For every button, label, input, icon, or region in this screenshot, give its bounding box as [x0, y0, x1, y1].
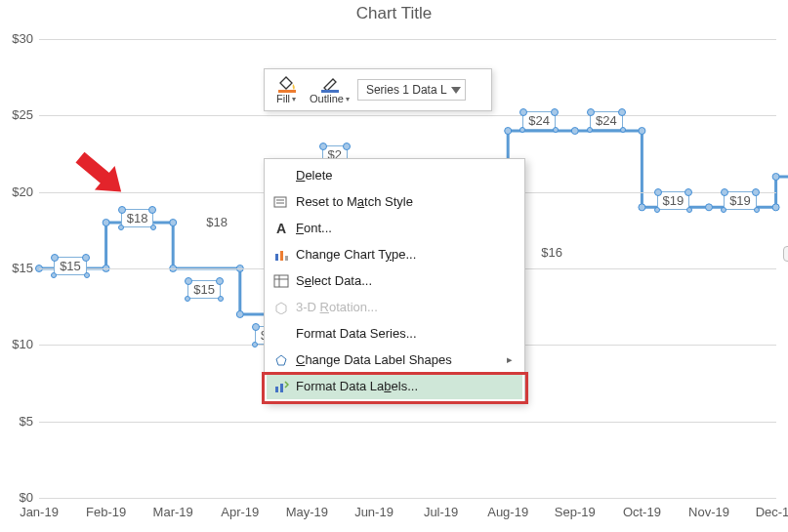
menu-format-data-labels[interactable]: Format Data Labels...	[267, 373, 522, 399]
svg-point-3	[170, 220, 177, 226]
x-axis-tick: Oct-19	[612, 505, 671, 519]
gridline	[39, 39, 776, 40]
chevron-down-icon	[451, 87, 461, 94]
paint-bucket-icon	[276, 75, 296, 93]
svg-point-8	[505, 128, 512, 135]
select-data-icon	[267, 274, 296, 288]
svg-point-13	[772, 204, 779, 211]
font-icon: A	[267, 221, 296, 236]
menu-delete[interactable]: Delete	[267, 162, 522, 188]
svg-point-6	[236, 311, 243, 318]
svg-rect-20	[280, 251, 283, 261]
expand-handle[interactable]	[783, 246, 788, 262]
data-label[interactable]: $16	[541, 245, 562, 260]
y-axis-tick: $20	[2, 184, 33, 199]
submenu-arrow-icon: ▸	[507, 353, 513, 366]
gridline	[39, 422, 776, 423]
x-axis-tick: Jul-19	[412, 505, 471, 519]
y-axis-tick: $0	[2, 490, 33, 505]
svg-rect-17	[321, 90, 339, 93]
x-axis-tick: Mar-19	[144, 505, 202, 519]
menu-select-data[interactable]: Select Data...	[267, 267, 522, 294]
cube-icon	[267, 301, 296, 314]
menu-change-chart-type[interactable]: Change Chart Type...	[267, 241, 522, 267]
x-axis-tick: Sep-19	[546, 505, 604, 519]
svg-rect-21	[285, 256, 288, 261]
chart-title[interactable]: Chart Title	[0, 4, 788, 23]
y-axis-tick: $10	[2, 337, 33, 351]
svg-rect-18	[274, 197, 286, 207]
data-label[interactable]: $15	[187, 280, 221, 299]
x-axis-tick: Apr-19	[211, 505, 270, 519]
gridline	[39, 115, 776, 116]
svg-rect-16	[278, 90, 296, 93]
fill-label: Fill	[276, 93, 290, 104]
svg-point-10	[639, 128, 645, 135]
x-axis-tick: Nov-19	[680, 505, 738, 519]
gridline	[39, 498, 776, 499]
svg-rect-24	[280, 384, 283, 392]
data-label[interactable]: $19	[724, 191, 757, 210]
data-label[interactable]: $24	[590, 111, 623, 130]
svg-rect-19	[275, 254, 278, 261]
x-axis-tick: Dec-19	[747, 505, 788, 519]
svg-point-14	[772, 174, 779, 181]
format-labels-icon	[267, 380, 296, 393]
menu-reset-match-style[interactable]: Reset to Match Style	[267, 188, 522, 215]
mini-format-toolbar: Fill▾ Outline▾ Series 1 Data L	[264, 68, 492, 111]
chart-element-selector[interactable]: Series 1 Data L	[357, 79, 466, 101]
x-axis-tick: Feb-19	[77, 505, 136, 519]
pen-outline-icon	[319, 75, 339, 93]
shape-icon	[267, 353, 296, 367]
chart-area: Chart Title $0$5$10$15$20$25$30Jan-19Feb…	[0, 0, 788, 532]
svg-point-12	[706, 204, 713, 211]
chart-type-icon	[267, 248, 296, 262]
x-axis-tick: Jan-19	[10, 505, 68, 519]
outline-button[interactable]: Outline▾	[304, 73, 355, 106]
menu-font[interactable]: A Font...	[267, 215, 522, 241]
data-label[interactable]: $24	[522, 111, 556, 130]
context-menu: Delete Reset to Match Style A Font... Ch…	[264, 158, 525, 403]
menu-format-data-series[interactable]: Format Data Series...	[267, 320, 522, 347]
svg-point-11	[639, 204, 645, 211]
x-axis-tick: Jun-19	[345, 505, 403, 519]
selector-text: Series 1 Data L	[366, 83, 447, 97]
y-axis-tick: $15	[2, 261, 33, 275]
svg-point-9	[571, 128, 578, 135]
x-axis-tick: May-19	[277, 505, 336, 519]
data-label[interactable]: $18	[206, 215, 228, 229]
data-label[interactable]: $19	[657, 191, 690, 210]
menu-delete-rest: elete	[305, 168, 332, 183]
menu-change-data-label-shapes[interactable]: Change Data Label Shapes ▸	[267, 347, 522, 373]
fill-button[interactable]: Fill▾	[270, 73, 302, 106]
svg-point-2	[103, 220, 109, 226]
reset-style-icon	[267, 195, 296, 209]
outline-label: Outline	[310, 93, 344, 104]
svg-rect-22	[274, 275, 288, 287]
svg-rect-23	[275, 387, 278, 392]
data-label[interactable]: $18	[121, 209, 154, 227]
x-axis-tick: Aug-19	[478, 505, 537, 519]
y-axis-tick: $5	[2, 414, 33, 429]
y-axis-tick: $30	[2, 31, 33, 46]
menu-3d-rotation: 3-D Rotation...	[267, 294, 522, 320]
data-label[interactable]: $15	[54, 257, 87, 275]
y-axis-tick: $25	[2, 107, 33, 122]
